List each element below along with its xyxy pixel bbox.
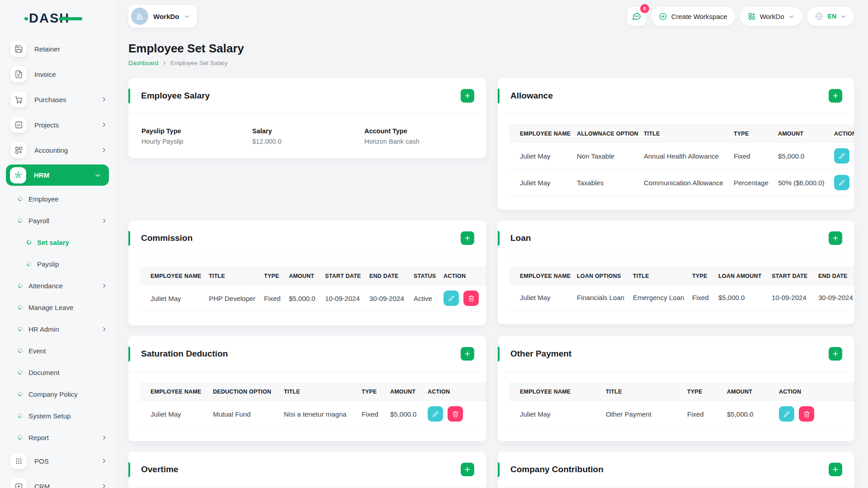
workspace-selector[interactable]: WorkDo (128, 5, 197, 28)
cell-type: Fixed (681, 285, 708, 310)
sidebar-item-report[interactable]: Report (0, 427, 115, 448)
card-accent-bar (498, 462, 500, 477)
chevron-right-icon (101, 122, 107, 128)
app-switcher-dropdown[interactable]: WorkDo (740, 7, 802, 26)
column-header: TYPE (723, 125, 767, 143)
chevron-down-icon (94, 172, 101, 178)
table-header-row: EMPLOYEE NAME DEDUCTION OPTION TITLE TYP… (140, 383, 486, 401)
sidebar-item-hr-admin[interactable]: HR Admin (0, 318, 115, 340)
sidebar-item-company-policy[interactable]: Company Policy (0, 383, 115, 405)
card-accent-bar (128, 89, 130, 103)
column-header: TYPE (681, 267, 708, 285)
cell-actions (433, 285, 486, 312)
sidebar-item-invoice[interactable]: Invoice (0, 61, 115, 87)
sidebar-item-set-salary[interactable]: Set salary (0, 231, 115, 253)
check-square-icon (10, 117, 27, 133)
sidebar-item-manage-leave[interactable]: Manage Leave (0, 296, 115, 318)
grid-plus-icon (10, 142, 27, 158)
add-loan-button[interactable] (829, 231, 842, 245)
bullet-icon (17, 196, 24, 202)
table-row: Juliet May Financials Loan Emergency Loa… (509, 285, 854, 310)
sidebar-item-document[interactable]: Document (0, 361, 115, 383)
table-header-row: EMPLOYEE NAME TITLE TYPE AMOUNT ACTION (509, 383, 854, 401)
globe-icon (815, 12, 824, 21)
edit-button[interactable] (834, 148, 849, 164)
cell-title: PHP Developer (198, 285, 253, 312)
card-title: Commission (141, 233, 193, 243)
sidebar-item-projects[interactable]: Projects (0, 112, 115, 137)
sidebar-item-attendance[interactable]: Attendance (0, 275, 115, 296)
saturation-deduction-table: EMPLOYEE NAME DEDUCTION OPTION TITLE TYP… (140, 383, 486, 427)
sidebar-item-system-setup[interactable]: System Setup (0, 405, 115, 427)
sidebar-item-label: Manage Leave (28, 304, 73, 311)
sidebar-item-hrm[interactable]: HRM (6, 164, 109, 186)
cell-deduction-option: Mutual Fund (202, 401, 273, 427)
invoice-file-icon (10, 66, 27, 82)
delete-button[interactable] (463, 291, 479, 306)
language-dropdown[interactable]: EN (807, 7, 854, 26)
column-header: TYPE (253, 267, 278, 285)
sidebar-item-purchases[interactable]: Purchases (0, 87, 115, 112)
sidebar-item-payslip[interactable]: Payslip (0, 253, 115, 275)
add-commission-button[interactable] (461, 231, 474, 245)
grid-plus-icon (748, 12, 756, 20)
cell-type: Fixed (351, 401, 379, 427)
column-header: AMOUNT (379, 383, 417, 401)
sidebar-item-payroll[interactable]: Payroll (0, 210, 115, 231)
sidebar-item-pos[interactable]: POS (0, 448, 115, 474)
card-title: Loan (510, 233, 531, 243)
add-allowance-button[interactable] (829, 89, 842, 103)
pos-dots-grid-icon (10, 453, 27, 469)
add-overtime-button[interactable] (461, 463, 474, 476)
sidebar-item-employee[interactable]: Employee (0, 188, 115, 210)
cell-loan-amount: $5,000.0 (708, 285, 761, 310)
table-row: Juliet May Mutual Fund Nisi a tenetur ma… (140, 401, 486, 427)
field-value: $12,000.0 (252, 138, 364, 145)
sidebar-item-retainer[interactable]: Retainer (0, 36, 115, 61)
cell-start-date: 10-09-2024 (761, 285, 807, 310)
logo-dash-accent (59, 17, 82, 20)
add-other-payment-button[interactable] (829, 347, 842, 361)
cart-icon (10, 91, 27, 108)
create-workspace-button[interactable]: Create Workspace (651, 7, 735, 26)
card-title: Saturation Deduction (141, 349, 228, 359)
add-saturation-deduction-button[interactable] (461, 347, 474, 361)
column-header: AMOUNT (278, 267, 314, 285)
chevron-right-icon (101, 218, 107, 224)
edit-button[interactable] (428, 406, 443, 422)
messages-button[interactable]: 0 (627, 7, 646, 26)
workspace-avatar (131, 8, 148, 25)
sidebar-item-label: Payroll (28, 217, 49, 225)
edit-button[interactable] (443, 291, 459, 306)
add-company-contribution-button[interactable] (829, 463, 842, 476)
add-employee-salary-button[interactable] (461, 89, 474, 103)
cell-actions (768, 401, 854, 427)
field-payslip-type: Payslip Type Hourly Payslip (142, 127, 252, 145)
delete-button[interactable] (799, 406, 814, 422)
column-header: TITLE (633, 125, 723, 143)
edit-button[interactable] (834, 175, 849, 190)
loan-table: EMPLOYEE NAME LOAN OPTIONS TITLE TYPE LO… (509, 267, 854, 310)
allowance-card: Allowance EMPLOYEE NAME ALLOWNACE OPTION… (498, 78, 854, 210)
sidebar-item-label: POS (34, 457, 49, 465)
column-header: LOAN AMOUNT (708, 267, 761, 285)
sidebar-item-crm[interactable]: CRM (0, 474, 115, 488)
delete-button[interactable] (448, 406, 463, 422)
column-header: EMPLOYEE NAME (140, 383, 202, 401)
column-header: END DATE (359, 267, 403, 285)
chevron-right-icon (101, 435, 107, 441)
bullet-icon (17, 391, 24, 397)
column-header: EMPLOYEE NAME (509, 383, 595, 401)
overtime-card: Overtime (128, 452, 486, 488)
sidebar-item-event[interactable]: Event (0, 340, 115, 361)
app-logo[interactable]: DASH (0, 0, 115, 36)
card-accent-bar (128, 231, 130, 246)
sidebar-item-accounting[interactable]: Accounting (0, 137, 115, 163)
workspace-name: WorkDo (153, 13, 179, 20)
cards-grid: Employee Salary Payslip Type Hourly Pays… (128, 78, 854, 488)
cell-employee-name: Juliet May (140, 285, 198, 312)
breadcrumb-dashboard-link[interactable]: Dashboard (128, 60, 158, 66)
edit-button[interactable] (779, 406, 794, 422)
chevron-right-icon (101, 326, 107, 332)
bullet-icon (17, 304, 24, 310)
